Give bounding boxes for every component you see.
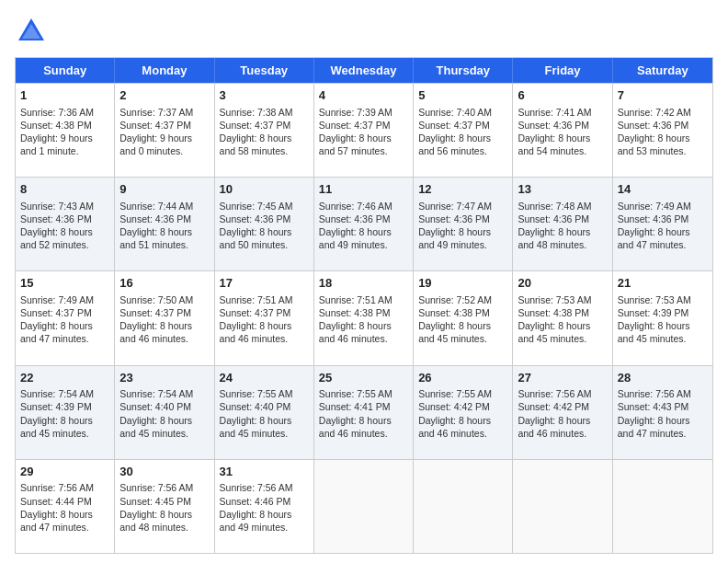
day-info: Sunrise: 7:53 AM Sunset: 4:38 PM Dayligh… [518,294,591,345]
day-info: Sunrise: 7:56 AM Sunset: 4:43 PM Dayligh… [618,388,691,439]
day-number: 14 [618,181,708,198]
calendar-header: SundayMondayTuesdayWednesdayThursdayFrid… [16,58,712,83]
day-number: 30 [119,464,209,480]
cal-cell: 21Sunrise: 7:53 AM Sunset: 4:39 PM Dayli… [613,271,712,364]
day-number: 20 [518,275,607,292]
day-info: Sunrise: 7:48 AM Sunset: 4:36 PM Dayligh… [518,201,591,251]
day-info: Sunrise: 7:55 AM Sunset: 4:40 PM Dayligh… [220,388,293,439]
cal-cell: 9Sunrise: 7:44 AM Sunset: 4:36 PM Daylig… [115,178,214,270]
day-number: 21 [618,275,708,292]
header-day-monday: Monday [115,58,214,83]
day-number: 18 [319,275,408,292]
cal-cell: 22Sunrise: 7:54 AM Sunset: 4:39 PM Dayli… [16,366,115,459]
day-number: 17 [220,275,309,292]
day-number: 22 [20,370,109,386]
header-day-thursday: Thursday [414,58,513,83]
day-info: Sunrise: 7:56 AM Sunset: 4:46 PM Dayligh… [220,482,293,533]
header-day-sunday: Sunday [16,58,115,83]
day-info: Sunrise: 7:47 AM Sunset: 4:36 PM Dayligh… [418,201,492,251]
cal-cell: 5Sunrise: 7:40 AM Sunset: 4:37 PM Daylig… [414,84,513,177]
day-number: 6 [518,87,607,104]
day-number: 15 [20,275,109,292]
day-number: 29 [20,464,109,480]
cal-cell [513,460,612,553]
cal-cell: 24Sunrise: 7:55 AM Sunset: 4:40 PM Dayli… [215,366,314,459]
cal-cell [314,460,414,553]
day-number: 25 [319,370,408,386]
day-number: 13 [518,181,607,198]
day-number: 10 [220,181,309,198]
cal-cell [414,460,513,553]
day-number: 8 [20,181,109,198]
cal-cell: 15Sunrise: 7:49 AM Sunset: 4:37 PM Dayli… [16,271,115,364]
day-info: Sunrise: 7:56 AM Sunset: 4:45 PM Dayligh… [119,482,193,533]
week-row-5: 29Sunrise: 7:56 AM Sunset: 4:44 PM Dayli… [16,459,712,553]
day-info: Sunrise: 7:43 AM Sunset: 4:36 PM Dayligh… [20,201,94,251]
day-number: 24 [220,370,309,386]
day-info: Sunrise: 7:53 AM Sunset: 4:39 PM Dayligh… [618,294,691,345]
day-info: Sunrise: 7:46 AM Sunset: 4:36 PM Dayligh… [319,201,392,251]
day-info: Sunrise: 7:49 AM Sunset: 4:36 PM Dayligh… [618,201,691,251]
day-info: Sunrise: 7:55 AM Sunset: 4:41 PM Dayligh… [319,388,392,439]
day-info: Sunrise: 7:39 AM Sunset: 4:37 PM Dayligh… [319,107,392,157]
day-number: 4 [319,87,408,104]
day-info: Sunrise: 7:37 AM Sunset: 4:37 PM Dayligh… [119,107,193,157]
cal-cell: 14Sunrise: 7:49 AM Sunset: 4:36 PM Dayli… [613,178,712,270]
day-number: 2 [119,87,209,104]
day-info: Sunrise: 7:55 AM Sunset: 4:42 PM Dayligh… [418,388,492,439]
header-day-wednesday: Wednesday [314,58,414,83]
cal-cell: 6Sunrise: 7:41 AM Sunset: 4:36 PM Daylig… [513,84,612,177]
day-number: 26 [418,370,507,386]
day-number: 16 [119,275,209,292]
week-row-2: 8Sunrise: 7:43 AM Sunset: 4:36 PM Daylig… [16,177,712,270]
day-info: Sunrise: 7:44 AM Sunset: 4:36 PM Dayligh… [119,201,193,251]
day-number: 27 [518,370,607,386]
day-number: 12 [418,181,507,198]
page: SundayMondayTuesdayWednesdayThursdayFrid… [0,0,728,563]
cal-cell: 29Sunrise: 7:56 AM Sunset: 4:44 PM Dayli… [16,460,115,553]
cal-cell: 16Sunrise: 7:50 AM Sunset: 4:37 PM Dayli… [115,271,214,364]
cal-cell: 2Sunrise: 7:37 AM Sunset: 4:37 PM Daylig… [115,84,214,177]
cal-cell: 19Sunrise: 7:52 AM Sunset: 4:38 PM Dayli… [414,271,513,364]
cal-cell: 18Sunrise: 7:51 AM Sunset: 4:38 PM Dayli… [314,271,414,364]
day-info: Sunrise: 7:56 AM Sunset: 4:42 PM Dayligh… [518,388,591,439]
logo-icon [15,15,48,48]
calendar: SundayMondayTuesdayWednesdayThursdayFrid… [15,57,713,554]
week-row-1: 1Sunrise: 7:36 AM Sunset: 4:38 PM Daylig… [16,83,712,177]
cal-cell: 28Sunrise: 7:56 AM Sunset: 4:43 PM Dayli… [613,366,712,459]
day-number: 1 [20,87,109,104]
day-number: 19 [418,275,507,292]
day-info: Sunrise: 7:40 AM Sunset: 4:37 PM Dayligh… [418,107,492,157]
cal-cell: 23Sunrise: 7:54 AM Sunset: 4:40 PM Dayli… [115,366,214,459]
day-number: 28 [618,370,708,386]
logo [15,15,53,48]
cal-cell: 8Sunrise: 7:43 AM Sunset: 4:36 PM Daylig… [16,178,115,270]
day-info: Sunrise: 7:51 AM Sunset: 4:38 PM Dayligh… [319,294,392,345]
header [15,15,713,48]
cal-cell: 12Sunrise: 7:47 AM Sunset: 4:36 PM Dayli… [414,178,513,270]
cal-cell: 7Sunrise: 7:42 AM Sunset: 4:36 PM Daylig… [613,84,712,177]
day-info: Sunrise: 7:42 AM Sunset: 4:36 PM Dayligh… [618,107,691,157]
cal-cell: 26Sunrise: 7:55 AM Sunset: 4:42 PM Dayli… [414,366,513,459]
day-number: 11 [319,181,408,198]
day-number: 31 [220,464,309,480]
cal-cell: 17Sunrise: 7:51 AM Sunset: 4:37 PM Dayli… [215,271,314,364]
day-number: 7 [618,87,708,104]
cal-cell: 30Sunrise: 7:56 AM Sunset: 4:45 PM Dayli… [115,460,214,553]
day-number: 5 [418,87,507,104]
header-day-saturday: Saturday [613,58,712,83]
header-day-friday: Friday [513,58,612,83]
day-info: Sunrise: 7:54 AM Sunset: 4:39 PM Dayligh… [20,388,94,439]
day-info: Sunrise: 7:52 AM Sunset: 4:38 PM Dayligh… [418,294,492,345]
cal-cell: 4Sunrise: 7:39 AM Sunset: 4:37 PM Daylig… [314,84,414,177]
day-info: Sunrise: 7:41 AM Sunset: 4:36 PM Dayligh… [518,107,591,157]
cal-cell: 1Sunrise: 7:36 AM Sunset: 4:38 PM Daylig… [16,84,115,177]
cal-cell: 27Sunrise: 7:56 AM Sunset: 4:42 PM Dayli… [513,366,612,459]
week-row-4: 22Sunrise: 7:54 AM Sunset: 4:39 PM Dayli… [16,365,712,459]
week-row-3: 15Sunrise: 7:49 AM Sunset: 4:37 PM Dayli… [16,270,712,364]
day-info: Sunrise: 7:36 AM Sunset: 4:38 PM Dayligh… [20,107,94,157]
cal-cell: 11Sunrise: 7:46 AM Sunset: 4:36 PM Dayli… [314,178,414,270]
day-info: Sunrise: 7:50 AM Sunset: 4:37 PM Dayligh… [119,294,193,345]
day-info: Sunrise: 7:38 AM Sunset: 4:37 PM Dayligh… [220,107,293,157]
day-number: 23 [119,370,209,386]
